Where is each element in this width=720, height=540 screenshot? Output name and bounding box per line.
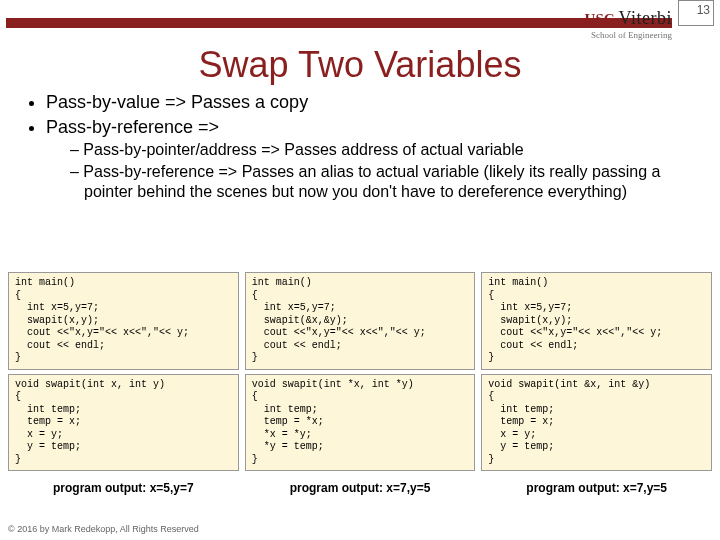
bullet-2-text: Pass-by-reference => — [46, 117, 219, 137]
code-column-2: int main() { int x=5,y=7; swapit(&x,&y);… — [245, 272, 476, 495]
sub-bullet-list: Pass-by-pointer/address => Passes addres… — [46, 140, 700, 202]
usc-viterbi-logo: USC Viterbi — [585, 8, 672, 29]
bullet-1: Pass-by-value => Passes a copy — [46, 92, 700, 113]
logo-viterbi-text: Viterbi — [619, 8, 672, 29]
slide-title: Swap Two Variables — [0, 44, 720, 86]
code-columns: int main() { int x=5,y=7; swapit(x,y); c… — [8, 272, 712, 495]
code-main-3: int main() { int x=5,y=7; swapit(x,y); c… — [481, 272, 712, 370]
output-2: program output: x=7,y=5 — [245, 481, 476, 495]
page-number: 13 — [678, 0, 714, 26]
sub-bullet-1: Pass-by-pointer/address => Passes addres… — [70, 140, 700, 160]
copyright-footer: © 2016 by Mark Redekopp, All Rights Rese… — [8, 524, 199, 534]
bullet-2: Pass-by-reference => Pass-by-pointer/add… — [46, 117, 700, 202]
slide: 13 USC Viterbi School of Engineering Swa… — [0, 0, 720, 540]
logo-subtitle: School of Engineering — [591, 30, 672, 40]
code-column-1: int main() { int x=5,y=7; swapit(x,y); c… — [8, 272, 239, 495]
code-func-3: void swapit(int &x, int &y) { int temp; … — [481, 374, 712, 472]
output-1: program output: x=5,y=7 — [8, 481, 239, 495]
bullet-list: Pass-by-value => Passes a copy Pass-by-r… — [26, 92, 700, 206]
header-accent-bar — [6, 18, 672, 28]
code-main-1: int main() { int x=5,y=7; swapit(x,y); c… — [8, 272, 239, 370]
output-3: program output: x=7,y=5 — [481, 481, 712, 495]
code-func-2: void swapit(int *x, int *y) { int temp; … — [245, 374, 476, 472]
code-column-3: int main() { int x=5,y=7; swapit(x,y); c… — [481, 272, 712, 495]
code-func-1: void swapit(int x, int y) { int temp; te… — [8, 374, 239, 472]
sub-bullet-2: Pass-by-reference => Passes an alias to … — [70, 162, 700, 202]
top-bar: 13 USC Viterbi School of Engineering — [0, 0, 720, 38]
code-main-2: int main() { int x=5,y=7; swapit(&x,&y);… — [245, 272, 476, 370]
logo-usc-text: USC — [585, 11, 615, 28]
